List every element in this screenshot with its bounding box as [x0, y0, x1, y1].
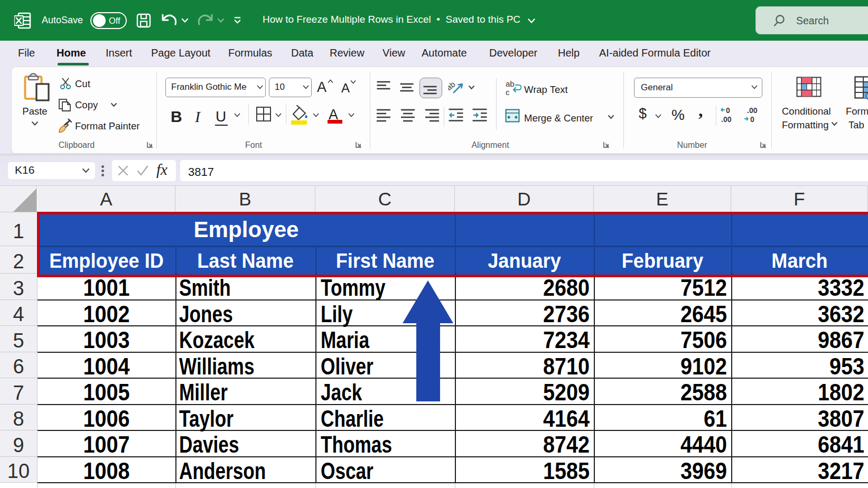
svg-text:0: 0 [750, 115, 754, 124]
svg-text:c: c [506, 88, 510, 96]
svg-text:ab: ab [506, 80, 515, 88]
svg-text:0: 0 [726, 106, 730, 115]
svg-text:.00: .00 [721, 115, 732, 124]
svg-text:.00: .00 [747, 106, 758, 115]
